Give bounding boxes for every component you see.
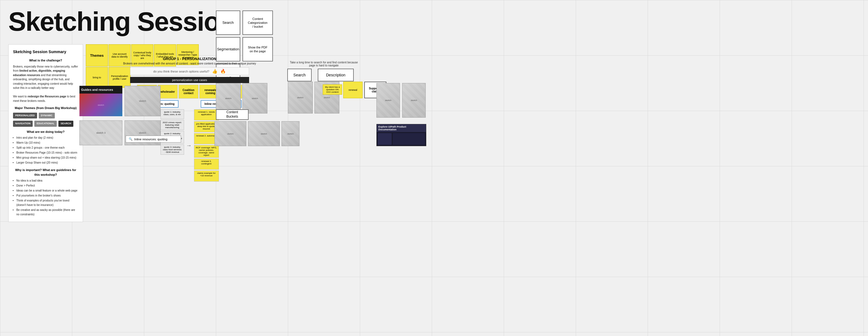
product-doc-content xyxy=(393,133,425,145)
list-item: Split up into 2 groups - one theme each xyxy=(16,146,78,150)
description-box: Description xyxy=(318,69,354,81)
search-sketch-2: sketch xyxy=(243,83,268,114)
themes-title: Major Themes (from Dream Big Workshop) xyxy=(13,106,78,111)
content-cat-box: Content Categorization / bucket xyxy=(243,10,273,35)
search-sketches-row: sketch sketch xyxy=(216,83,268,114)
product-doc-sidebar xyxy=(378,133,392,145)
list-item: Ideas can be a small feature or a whole … xyxy=(16,188,78,193)
renewal-note-6: claims example for +10 revenue xyxy=(194,171,219,182)
desc-sketch-1: sketch xyxy=(288,82,313,114)
ds2: sketch xyxy=(323,96,330,99)
guidelines-list: No idea is a bad idea Done > Perfect Ide… xyxy=(13,179,78,217)
search-label: Search xyxy=(287,69,312,81)
personalization-header: personalization use cases xyxy=(130,77,249,83)
search-label-box: Search xyxy=(287,69,312,81)
challenge-title: What is the challenge? xyxy=(13,58,78,63)
page-title: Sketching Session xyxy=(8,8,235,35)
quoting-note-1: quote 1: industry class, uses, & rev xyxy=(160,109,184,119)
fr1: sketch xyxy=(385,99,392,101)
list-item: Intro and plan for day (2 mins) xyxy=(16,135,78,140)
tag-dynamic: DYNAMIC xyxy=(39,113,55,119)
product-doc-body xyxy=(377,132,426,146)
far-right-sketches: sketch sketch xyxy=(376,83,426,118)
list-item: Done > Perfect xyxy=(16,183,78,188)
doing-today-title: What are we doing today? xyxy=(13,129,78,134)
emoji-toolbar: do you think these search options useful… xyxy=(130,67,249,75)
sketch-4-label: sketch xyxy=(139,131,146,134)
bucket-sketch-3: sketch xyxy=(281,121,300,146)
sketch-3-label: sketch 3 xyxy=(96,131,106,134)
quoting-note-4: quote 3: industry class food services ~$… xyxy=(160,145,184,155)
content-buckets-label-area: Content Buckets xyxy=(216,109,249,120)
bs1: sketch xyxy=(227,132,234,135)
arrow-icon: → xyxy=(185,109,193,182)
search-placeholder: Inline resources: quoting xyxy=(134,138,167,141)
tag-personalized: PERSONALIZED xyxy=(13,113,37,119)
group-subtitle: Brokers are overwhelmed with the amount … xyxy=(86,62,293,65)
tag-search: SEARCH xyxy=(58,121,73,127)
list-item: No idea is a bad idea xyxy=(16,179,78,183)
fr-sketch-2: sketch xyxy=(402,83,426,118)
tag-educational: EDUCATIONAL xyxy=(34,121,57,127)
summary-heading: Sketching Session Summary xyxy=(13,49,78,55)
tag-navigation: NAVIGATION xyxy=(13,121,33,127)
search-input-mock[interactable]: 🔍 Inline resources: quoting xyxy=(126,135,181,143)
summary-panel: Sketching Session Summary What is the ch… xyxy=(8,44,83,222)
search-box: Search xyxy=(216,10,240,35)
search-note-top: Take a long time to search for and find … xyxy=(288,61,360,67)
ss1: sketch xyxy=(225,97,231,100)
renewal-note-desc: renewal xyxy=(343,82,363,98)
fr2: sketch xyxy=(411,99,417,101)
bucket-sketch-1: sketch xyxy=(215,121,246,146)
sketch-3: sketch 3 xyxy=(80,120,122,145)
list-item: Be creative and as wacky as possible (th… xyxy=(16,208,78,217)
list-item: Broker Resources Page (10-15 mins) - sol… xyxy=(16,151,78,155)
thumbs-up-icon: 👍 xyxy=(212,69,218,74)
content-buckets-box: Content Buckets xyxy=(216,109,249,120)
renewal-note-5: renewal 3. contingent xyxy=(194,159,219,170)
content-buckets-sketches: sketch sketch sketch xyxy=(215,121,300,146)
bs3: sketch xyxy=(287,132,294,135)
tags-row-2: NAVIGATION EDUCATIONAL SEARCH xyxy=(13,121,78,127)
guides-img-text: sketch xyxy=(98,104,104,106)
challenge-text: Brokers, especially those new to cyberse… xyxy=(13,64,78,103)
search-sketch-1: sketch xyxy=(216,83,241,114)
list-item: Larger Group Share out (20 mins) xyxy=(16,160,78,165)
desc-sticky: My client has a question ON XXX content xyxy=(323,84,342,95)
sketch-2: sketch xyxy=(125,86,160,116)
fire-icon: 🔥 xyxy=(220,69,226,74)
sketch-2-label: sketch xyxy=(139,100,146,102)
product-doc-title: Explore UiPath Product Documentation xyxy=(377,124,426,132)
description-area: Description xyxy=(318,69,354,81)
bs2: sketch xyxy=(261,132,267,135)
list-item: Mini group share out + idea starring (10… xyxy=(16,156,78,160)
list-item: Think of examples of products you've lov… xyxy=(16,198,78,207)
ss2: sketch xyxy=(252,97,258,100)
use-case-wholesaler: wholesaler xyxy=(158,85,178,98)
fr-sketch-1: sketch xyxy=(376,83,400,118)
renewal-note-1: renewal 1. needs application xyxy=(194,109,219,120)
personalization-area: GROUP 1 - PERSONALIZATION Brokers are ov… xyxy=(86,57,293,182)
list-item: Put yourselves in the broker's shoes xyxy=(16,193,78,198)
ds1: sketch xyxy=(297,96,303,99)
guides-image: sketch xyxy=(80,94,122,116)
group-label: GROUP 1 - PERSONALIZATION xyxy=(86,57,293,61)
guides-label: Guides and resources xyxy=(80,86,122,94)
quoting-note-2: 2022 crimes report: featuring retail man… xyxy=(160,120,184,130)
list-item: Warm Up (10 mins) xyxy=(16,141,78,145)
toolbar-text: do you think these search options useful… xyxy=(153,70,209,73)
bucket-sketch-2: sketch xyxy=(248,121,280,146)
renewal-note-4: RCF coverage: MFG, carrier policies, cov… xyxy=(194,145,219,158)
product-doc-screenshot: Explore UiPath Product Documentation xyxy=(376,124,426,146)
search-icon: 🔍 xyxy=(129,137,132,141)
doing-today-list: Intro and plan for day (2 mins) Warm Up … xyxy=(13,135,78,165)
guides-sketch: Guides and resources sketch xyxy=(80,86,122,116)
tags-row: PERSONALIZED DYNAMIC xyxy=(13,113,78,119)
guidelines-title: Why is important? What are guidelines fo… xyxy=(13,168,78,177)
description-sketches: sketch sketch My client has a question O… xyxy=(288,82,339,114)
quoting-col: quote 1: industry class, uses, & rev 202… xyxy=(160,109,184,182)
use-case-coalition: Coalition contact xyxy=(179,85,198,98)
